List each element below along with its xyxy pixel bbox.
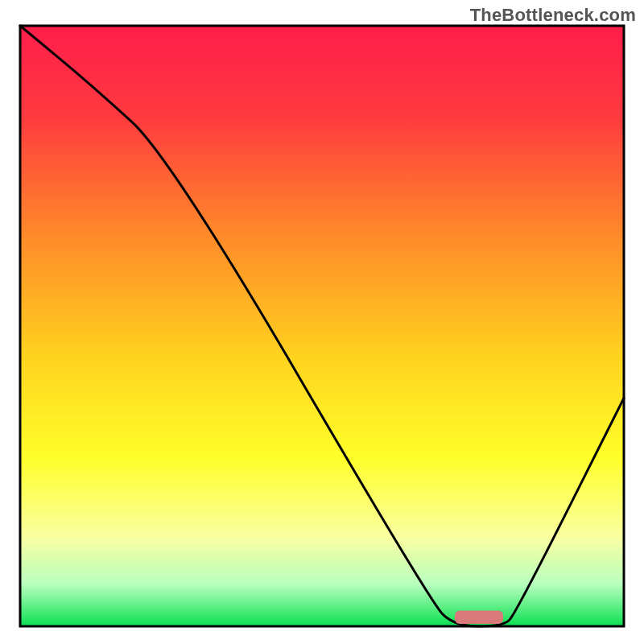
bottleneck-chart: TheBottleneck.com: [0, 0, 644, 644]
highlight-bar: [455, 611, 503, 624]
plot-background: [20, 26, 624, 626]
chart-svg: [0, 0, 644, 644]
